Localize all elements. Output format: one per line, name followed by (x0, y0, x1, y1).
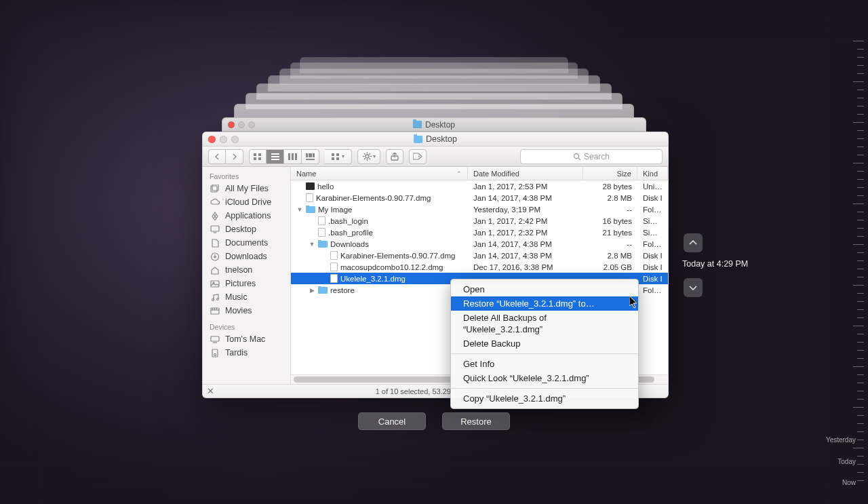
search-field[interactable]: Search (520, 149, 663, 164)
file-row[interactable]: macosupdcombo10.12.2.dmgDec 17, 2016, 3:… (291, 261, 668, 273)
timeline-tick[interactable] (857, 342, 864, 343)
sidebar-item-desktop[interactable]: Desktop (203, 222, 290, 236)
menu-item[interactable]: Restore “Ukelele_3.2.1.dmg” to… (451, 296, 638, 311)
restore-button[interactable]: Restore (442, 412, 510, 430)
timeline-tick[interactable] (857, 236, 864, 237)
sidebar-item-downloads[interactable]: Downloads (203, 250, 290, 263)
menu-item[interactable]: Quick Look “Ukelele_3.2.1.dmg” (451, 371, 638, 385)
close-preview-button[interactable]: ✕ (207, 386, 214, 396)
timeline-tick[interactable] (857, 179, 864, 180)
file-row[interactable]: helloJan 1, 2017, 2:53 PM28 bytesUnix e (291, 180, 668, 192)
timeline-tick[interactable] (853, 81, 864, 82)
file-row[interactable]: Karabiner-Elements-0.90.77.dmgJan 14, 20… (291, 192, 668, 203)
forward-button[interactable] (226, 149, 243, 164)
fullscreen-button[interactable] (231, 136, 239, 143)
timeline-tick[interactable] (857, 383, 864, 383)
timeline-tick[interactable] (857, 260, 864, 261)
column-headers[interactable]: Name⌃ Date Modified Size Kind (291, 167, 668, 180)
close-button[interactable] (208, 136, 216, 143)
timeline-tick[interactable] (857, 155, 864, 155)
sidebar-item-tnelson[interactable]: tnelson (203, 263, 290, 277)
timeline-tick[interactable] (857, 440, 864, 440)
menu-item[interactable]: Open (451, 282, 638, 296)
icon-view-button[interactable] (249, 149, 267, 164)
file-row[interactable]: ▼DownloadsJan 14, 2017, 4:38 PM--Folder (291, 238, 668, 250)
timeline-tick[interactable] (857, 309, 864, 310)
timeline-tick[interactable] (857, 212, 864, 212)
menu-item[interactable]: Delete Backup (451, 336, 638, 351)
timeline-tick[interactable] (857, 464, 864, 465)
disclosure-icon[interactable]: ▼ (296, 206, 303, 213)
sidebar-item-movies[interactable]: Movies (203, 304, 290, 317)
disclosure-icon[interactable]: ▶ (309, 287, 315, 294)
cancel-button[interactable]: Cancel (358, 412, 426, 430)
timeline-tick[interactable] (857, 57, 864, 58)
timeline-tick[interactable] (853, 203, 864, 204)
timeline-tick[interactable] (857, 138, 864, 139)
col-date[interactable]: Date Modified (468, 167, 583, 180)
timeline-tick[interactable] (857, 472, 864, 473)
timeline-tick[interactable] (857, 293, 864, 294)
arrange-button[interactable]: ▾ (325, 149, 352, 164)
timeline-tick[interactable] (857, 187, 864, 188)
sidebar-item-pictures[interactable]: Pictures (203, 277, 290, 290)
timeline-tick[interactable] (853, 407, 864, 408)
timeline-tick[interactable] (853, 163, 864, 163)
timeline-tick[interactable] (857, 171, 864, 172)
timeline-forward-button[interactable] (684, 278, 703, 297)
timeline-tick[interactable] (853, 326, 864, 326)
timeline-tick[interactable] (857, 423, 864, 424)
timeline-tick[interactable] (857, 350, 864, 351)
timeline-tick[interactable] (857, 269, 864, 269)
sidebar-item-all-my-files[interactable]: All My Files (203, 182, 290, 195)
sidebar-item-documents[interactable]: Documents (203, 236, 290, 250)
timeline-back-button[interactable] (684, 233, 703, 252)
col-name[interactable]: Name⌃ (291, 167, 468, 180)
timeline-tick[interactable] (857, 195, 864, 196)
timeline-tick[interactable] (857, 228, 864, 229)
sidebar-item-applications[interactable]: Applications (203, 209, 290, 222)
timeline-tick[interactable] (857, 456, 864, 457)
timeline-tick[interactable] (857, 65, 864, 66)
file-row[interactable]: Karabiner-Elements-0.90.77.dmgJan 14, 20… (291, 250, 668, 261)
share-button[interactable] (386, 149, 403, 164)
timeline-tick[interactable] (857, 358, 864, 359)
timeline-tick[interactable] (853, 244, 864, 245)
column-view-button[interactable] (284, 149, 302, 164)
timeline[interactable]: /* ticks drawn below via JS */ (840, 41, 864, 490)
timeline-tick[interactable] (857, 301, 864, 302)
col-size[interactable]: Size (583, 167, 637, 180)
sidebar-item-music[interactable]: Music (203, 290, 290, 304)
list-view-button[interactable] (267, 149, 284, 164)
timeline-tick[interactable] (853, 366, 864, 367)
timeline-tick[interactable] (853, 41, 864, 41)
timeline-tick[interactable] (857, 399, 864, 400)
timeline-tick[interactable] (857, 73, 864, 74)
timeline-tick[interactable] (857, 277, 864, 277)
timeline-tick[interactable] (857, 252, 864, 253)
action-button[interactable]: ▾ (357, 149, 380, 164)
timeline-tick[interactable] (857, 374, 864, 375)
titlebar[interactable]: Desktop (203, 132, 668, 147)
sidebar-item-icloud-drive[interactable]: iCloud Drive (203, 195, 290, 209)
menu-item[interactable]: Get Info (451, 357, 638, 371)
timeline-tick[interactable] (857, 317, 864, 318)
timeline-tick[interactable] (857, 130, 864, 131)
timeline-tick[interactable] (857, 98, 864, 98)
timeline-tick[interactable] (857, 220, 864, 220)
timeline-tick[interactable] (857, 334, 864, 334)
timeline-tick[interactable] (857, 49, 864, 50)
file-row[interactable]: ▼My ImageYesterday, 3:19 PM--Folder (291, 203, 668, 215)
timeline-tick[interactable] (853, 122, 864, 123)
timeline-tick[interactable] (857, 147, 864, 147)
timeline-tick[interactable] (853, 285, 864, 286)
sidebar-item-tom-s-mac[interactable]: Tom's Mac (203, 332, 290, 346)
timeline-tick[interactable] (857, 415, 864, 416)
menu-item[interactable]: Delete All Backups of “Ukelele_3.2.1.dmg… (451, 311, 638, 336)
timeline-tick[interactable] (857, 480, 864, 481)
timeline-tick[interactable] (857, 391, 864, 391)
back-button[interactable] (208, 149, 226, 164)
tags-button[interactable] (409, 149, 427, 164)
minimize-button[interactable] (220, 136, 227, 143)
coverflow-view-button[interactable] (302, 149, 319, 164)
